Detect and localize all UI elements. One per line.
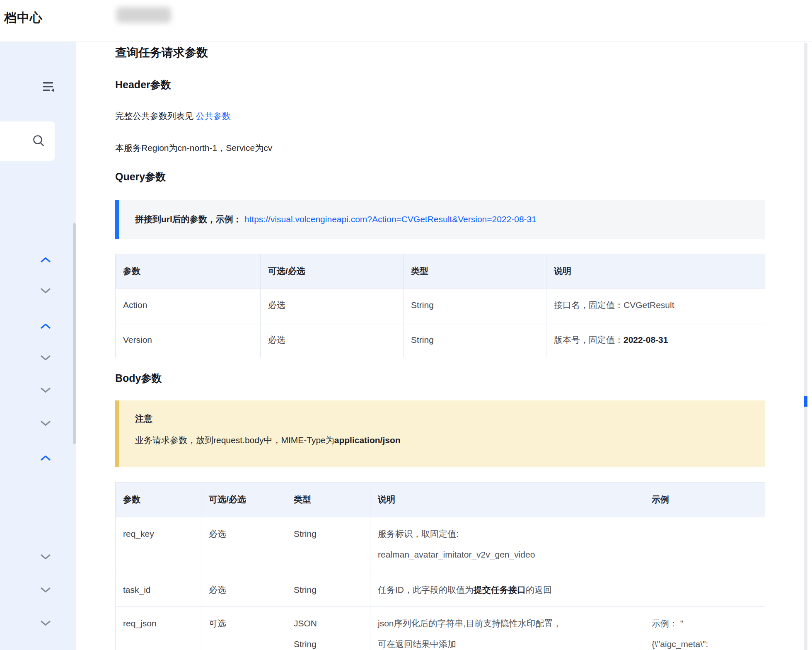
column-header: 示例 <box>644 483 765 517</box>
header-params-heading: Header参数 <box>115 78 171 92</box>
type-cell: String <box>286 517 370 573</box>
type-cell: JSON String <box>286 607 370 650</box>
toc-expand-chevron-icon[interactable] <box>40 620 51 626</box>
table-row: req_key 必选 String 服务标识，取固定值: realman_ava… <box>116 517 765 573</box>
toc-collapse-chevron-icon[interactable] <box>40 323 51 329</box>
toc-expand-chevron-icon[interactable] <box>40 387 51 393</box>
desc-cell: 接口名，固定值：CVGetResult <box>546 289 765 323</box>
top-bar: 档中心 <box>0 0 812 42</box>
table-row: task_id 必选 String 任务ID，此字段的取值为提交任务接口的返回 <box>116 573 765 607</box>
service-region-line: 本服务Region为cn-north-1，Service为cv <box>115 142 272 154</box>
query-params-heading: Query参数 <box>115 170 166 184</box>
column-header: 可选/必选 <box>201 483 286 517</box>
toc-collapse-chevron-icon[interactable] <box>40 257 51 263</box>
common-params-link[interactable]: 公共参数 <box>196 111 231 121</box>
sidebar <box>0 42 76 650</box>
table-row: req_json 可选 JSON String json序列化后的字符串,目前支… <box>116 607 765 650</box>
search-icon <box>32 134 45 147</box>
search-input[interactable] <box>0 121 55 161</box>
table-row: Version 必选 String 版本号，固定值：2022-08-31 <box>116 323 765 358</box>
toc-expand-chevron-icon[interactable] <box>40 355 51 361</box>
type-cell: String <box>404 323 546 358</box>
docs-center-logo[interactable]: 档中心 <box>4 10 43 27</box>
desc-cell: 版本号，固定值：2022-08-31 <box>546 323 765 358</box>
notice-text: 业务请求参数，放到request.body中，MIME-Type为applica… <box>135 434 765 446</box>
param-name-cell: Action <box>116 289 261 323</box>
body-params-heading: Body参数 <box>115 371 162 385</box>
toc-expand-chevron-icon[interactable] <box>40 554 51 560</box>
required-cell: 必选 <box>201 517 286 573</box>
table-header-row: 参数 可选/必选 类型 说明 示例 <box>116 483 765 517</box>
sidebar-scrollbar-thumb[interactable] <box>73 223 76 444</box>
desc-cell: 服务标识，取固定值: realman_avatar_imitator_v2v_g… <box>370 517 644 573</box>
desc-cell: 任务ID，此字段的取值为提交任务接口的返回 <box>370 573 644 607</box>
doc-content: 查询任务请求参数 Header参数 完整公共参数列表见 公共参数 本服务Regi… <box>115 41 765 650</box>
collapse-sidebar-icon[interactable] <box>43 82 54 92</box>
table-row: Action 必选 String 接口名，固定值：CVGetResult <box>116 289 765 323</box>
param-name-cell: Version <box>116 323 261 358</box>
common-params-prefix: 完整公共参数列表见 <box>115 111 193 121</box>
required-cell: 必选 <box>261 323 404 358</box>
required-cell: 可选 <box>201 607 286 650</box>
body-params-table: 参数 可选/必选 类型 说明 示例 req_key 必选 String 服务标识… <box>115 482 765 650</box>
column-header: 参数 <box>116 254 261 289</box>
param-name-cell: req_key <box>116 517 201 573</box>
toc-collapse-chevron-icon[interactable] <box>40 455 51 461</box>
column-header: 说明 <box>370 483 644 517</box>
query-note-text: 拼接到url后的参数，示例： <box>135 213 242 225</box>
type-cell: String <box>404 289 546 323</box>
example-cell: 示例： " {\"aigc_meta\": <box>644 607 765 650</box>
toc-expand-chevron-icon[interactable] <box>40 288 51 294</box>
column-header: 类型 <box>404 254 546 289</box>
desc-cell: json序列化后的字符串,目前支持隐性水印配置， 可在返回结果中添加 <box>370 607 644 650</box>
column-header: 类型 <box>286 483 370 517</box>
common-params-line: 完整公共参数列表见 公共参数 <box>115 110 231 122</box>
toc-expand-chevron-icon[interactable] <box>40 587 51 593</box>
param-name-cell: task_id <box>116 573 201 607</box>
query-params-table: 参数 可选/必选 类型 说明 Action 必选 String 接口名，固定值：… <box>115 254 765 358</box>
query-note-url-link[interactable]: https://visual.volcengineapi.com?Action=… <box>244 214 536 224</box>
type-cell: String <box>286 573 370 607</box>
query-note-callout: 拼接到url后的参数，示例： https://visual.volcengine… <box>115 200 765 239</box>
example-cell <box>644 517 765 573</box>
redacted-title-blur <box>116 7 171 23</box>
column-header: 说明 <box>546 254 765 289</box>
column-header: 参数 <box>116 483 201 517</box>
required-cell: 必选 <box>261 289 404 323</box>
page-scrollbar-track[interactable] <box>804 43 807 650</box>
notice-callout: 注意 业务请求参数，放到request.body中，MIME-Type为appl… <box>115 400 765 467</box>
page-title: 查询任务请求参数 <box>115 45 208 61</box>
example-cell <box>644 573 765 607</box>
page-scrollbar-thumb[interactable] <box>804 396 807 407</box>
param-name-cell: req_json <box>116 607 201 650</box>
table-header-row: 参数 可选/必选 类型 说明 <box>116 254 765 289</box>
required-cell: 必选 <box>201 573 286 607</box>
toc-expand-chevron-icon[interactable] <box>40 420 51 427</box>
notice-title: 注意 <box>135 413 765 424</box>
column-header: 可选/必选 <box>261 254 404 289</box>
